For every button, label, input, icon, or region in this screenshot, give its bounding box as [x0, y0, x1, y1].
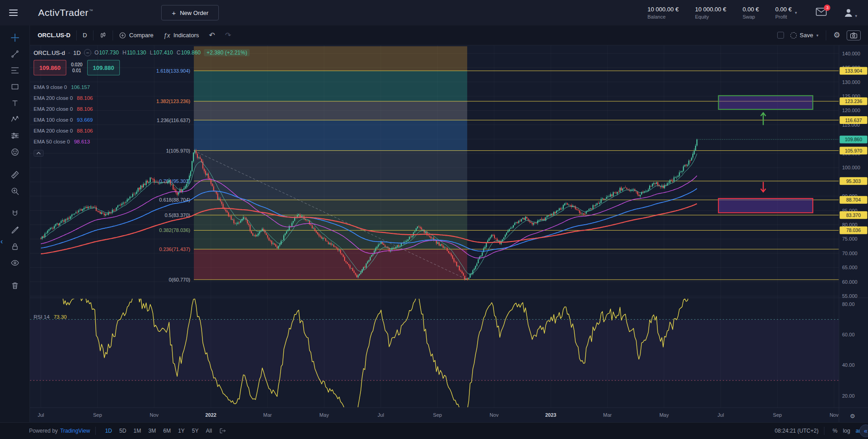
chart-column: ORCL.US-D D Compare ƒx	[30, 25, 868, 422]
range-1m-button[interactable]: 1M	[130, 426, 145, 436]
price-tick: 120.000	[842, 108, 860, 113]
draw-tool[interactable]	[7, 223, 23, 237]
magnet-icon	[10, 209, 20, 218]
notifications-button[interactable]: 3	[816, 8, 827, 18]
zoom-tool[interactable]	[7, 184, 23, 198]
delete-drawings-tool[interactable]	[7, 278, 23, 293]
time-tick: Nov	[829, 412, 838, 418]
legend-hide-icon[interactable]: −	[84, 49, 91, 56]
forecast-tool[interactable]	[7, 128, 23, 143]
compare-label: Compare	[129, 32, 153, 39]
price-zone-box	[719, 96, 813, 109]
rectangle-icon	[10, 82, 20, 91]
go-to-date-button[interactable]	[219, 428, 227, 434]
chart-area: 1.618(133.904)1.382(123.236)1.236(116.63…	[30, 45, 868, 422]
range-all-button[interactable]: All	[202, 426, 216, 436]
time-tick: 2023	[545, 412, 556, 418]
profit-value: 0.00 €	[775, 6, 792, 13]
legend-separator: ·	[68, 49, 70, 56]
magnet-tool[interactable]	[7, 207, 23, 221]
axis-settings-gear-icon: ⚙	[850, 413, 855, 419]
text-tool[interactable]	[7, 96, 23, 110]
svg-text:88.704: 88.704	[846, 197, 861, 202]
legend-symbol[interactable]: ORCL.US-d	[34, 49, 65, 56]
emoji-tool[interactable]	[7, 145, 23, 159]
range-1y-button[interactable]: 1Y	[174, 426, 188, 436]
tradingview-link[interactable]: TradingView	[60, 428, 90, 434]
percent-scale-button[interactable]: %	[830, 426, 840, 435]
camera-icon	[850, 32, 858, 39]
price-tick: 70.000	[842, 251, 858, 256]
lock-tool[interactable]	[7, 239, 23, 254]
chart-toolbar: ORCL.US-D D Compare ƒx	[30, 25, 868, 45]
range-3m-button[interactable]: 3M	[145, 426, 160, 436]
chart-settings-gear-icon[interactable]: ⚙	[833, 30, 840, 40]
undo-button[interactable]: ↶	[204, 29, 220, 42]
rsi-legend[interactable]: RSI 14 73.30	[34, 314, 67, 320]
candlestick-icon	[99, 32, 107, 39]
trademark: ™	[89, 9, 93, 13]
workspace: ‹ ORCL.US-D D Compare	[0, 25, 868, 422]
time-axis[interactable]: JulSepNov2022MarMayJulSepNov2023MarMayJu…	[38, 412, 855, 419]
panel-collapse-chevron[interactable]: ‹	[0, 237, 3, 246]
rsi-tick: 60.00	[842, 332, 855, 337]
chart-annotations[interactable]	[719, 96, 813, 213]
indicator-row[interactable]: EMA 200 close 088.106	[34, 104, 250, 114]
time-tick: Jul	[38, 412, 44, 418]
profit-field[interactable]: 0.00 € Profit ▾	[775, 6, 797, 20]
swap-field: 0.00 € Swap	[743, 6, 759, 20]
range-1d-button[interactable]: 1D	[101, 426, 115, 436]
time-tick: Mar	[603, 412, 612, 418]
redo-button[interactable]: ↷	[220, 29, 236, 42]
fib-retracement-tool[interactable]	[7, 63, 23, 78]
trend-line-tool[interactable]	[7, 47, 23, 61]
patterns-tool[interactable]	[7, 112, 23, 127]
save-layout-button[interactable]: Save ▾	[790, 32, 819, 39]
activtrader-app: ActivTrader™ + New Order 10 000.00 € Bal…	[0, 0, 868, 439]
indicators-button[interactable]: ƒx Indicators	[158, 29, 204, 42]
fib-retracement-drawing[interactable]: 1.618(133.904)1.382(123.236)1.236(116.63…	[156, 46, 839, 282]
layout-checkbox[interactable]	[777, 32, 784, 39]
toolbar-right-cluster: Save ▾ ⚙	[777, 30, 865, 40]
range-6m-button[interactable]: 6M	[159, 426, 174, 436]
buy-button[interactable]: 109.880	[87, 60, 120, 75]
indicator-row[interactable]: EMA 200 close 088.106	[34, 125, 250, 136]
notification-badge: 3	[824, 5, 830, 11]
sell-button[interactable]: 109.860	[34, 60, 66, 75]
swap-value: 0.00 €	[743, 6, 759, 13]
screenshot-button[interactable]	[847, 30, 861, 40]
range-5y-button[interactable]: 5Y	[188, 426, 202, 436]
compare-button[interactable]: Compare	[114, 29, 158, 42]
svg-text:78.036: 78.036	[846, 227, 861, 233]
range-5d-button[interactable]: 5D	[116, 426, 130, 436]
scale-controls: 08:24:21 (UTC+2) % log au	[775, 426, 862, 435]
rsi-tick: 20.00	[842, 393, 855, 399]
rsi-label: RSI 14	[34, 314, 49, 320]
legend-collapse-button[interactable]	[34, 150, 44, 157]
log-scale-button[interactable]: log	[840, 426, 853, 435]
price-tick: 130.000	[842, 79, 860, 85]
user-menu-button[interactable]: ▾	[843, 7, 857, 18]
indicator-row[interactable]: EMA 50 close 098.613	[34, 136, 250, 147]
symbol-button[interactable]: ORCL.US-D	[33, 29, 75, 42]
svg-text:123.236: 123.236	[845, 99, 862, 104]
profit-label: Profit	[775, 14, 792, 20]
new-order-button[interactable]: + New Order	[161, 5, 219, 20]
indicator-row[interactable]: EMA 9 close 0106.157	[34, 82, 250, 93]
hamburger-menu-button[interactable]	[0, 10, 26, 16]
indicator-row[interactable]: EMA 100 close 093.669	[34, 114, 250, 125]
trash-icon	[10, 281, 20, 290]
hide-drawings-tool[interactable]	[7, 256, 23, 270]
clock[interactable]: 08:24:21 (UTC+2)	[775, 428, 819, 434]
crosshair-tool[interactable]	[7, 30, 23, 45]
price-tick: 65.000	[842, 265, 858, 270]
measure-tool[interactable]	[7, 168, 23, 182]
time-tick: 2022	[205, 412, 216, 418]
indicator-row[interactable]: EMA 200 close 088.106	[34, 93, 250, 104]
time-tick: Nov	[490, 412, 499, 418]
chart-style-button[interactable]	[94, 29, 112, 42]
price-zone-box	[719, 198, 813, 212]
timeframe-button[interactable]: D	[78, 29, 92, 42]
shapes-tool[interactable]	[7, 79, 23, 94]
price-tick: 60.000	[842, 279, 858, 285]
